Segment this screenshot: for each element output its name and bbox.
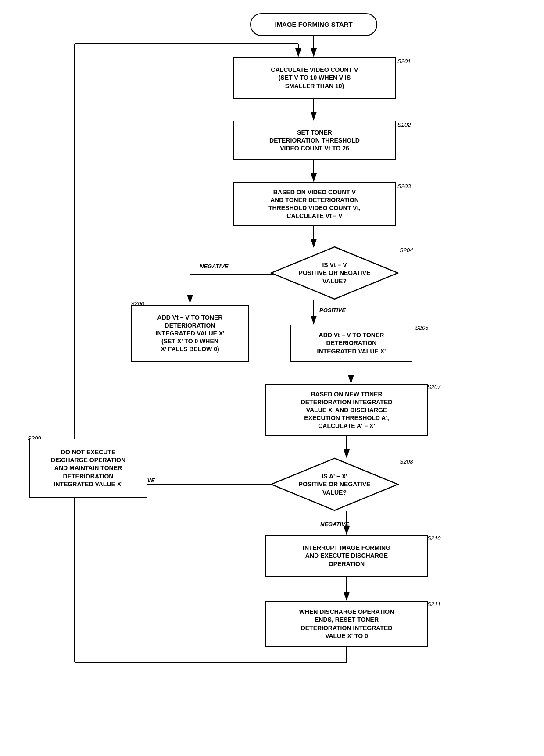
- node-s202: SET TONERDETERIORATION THRESHOLDVIDEO CO…: [233, 121, 396, 160]
- step-label-s205: S205: [415, 325, 428, 331]
- step-label-s207: S207: [427, 384, 440, 390]
- step-label-s202: S202: [397, 121, 411, 128]
- step-label-s203: S203: [397, 183, 411, 189]
- node-s207: BASED ON NEW TONERDETERIORATION INTEGRAT…: [265, 384, 428, 436]
- step-label-s208: S208: [400, 458, 413, 465]
- node-s204: IS Vt – VPOSITIVE OR NEGATIVEVALUE?: [270, 246, 399, 300]
- label-negative-s204: NEGATIVE: [200, 263, 229, 270]
- node-s206: ADD Vt – V TO TONERDETERIORATIONINTEGRAT…: [131, 305, 249, 362]
- label-positive-s204: POSITIVE: [319, 307, 346, 314]
- node-s203: BASED ON VIDEO COUNT VAND TONER DETERIOR…: [233, 182, 396, 226]
- node-s211: WHEN DISCHARGE OPERATIONENDS, RESET TONE…: [265, 601, 428, 647]
- label-negative-s208: NEGATIVE: [320, 521, 349, 528]
- node-start: IMAGE FORMING START: [250, 13, 377, 36]
- node-s205: ADD Vt – V TO TONERDETERIORATIONINTEGRAT…: [290, 325, 412, 362]
- node-s210: INTERRUPT IMAGE FORMINGAND EXECUTE DISCH…: [265, 535, 428, 577]
- node-s208: IS A' – X'POSITIVE OR NEGATIVEVALUE?: [270, 457, 399, 512]
- step-label-s204: S204: [400, 247, 413, 253]
- step-label-s211: S211: [427, 601, 440, 607]
- node-s209: DO NOT EXECUTEDISCHARGE OPERATIONAND MAI…: [29, 439, 147, 498]
- step-label-s201: S201: [397, 58, 411, 64]
- node-s201: CALCULATE VIDEO COUNT V(SET V TO 10 WHEN…: [233, 57, 396, 99]
- step-label-s210: S210: [427, 535, 440, 542]
- flowchart: IMAGE FORMING START S201 CALCULATE VIDEO…: [0, 0, 544, 756]
